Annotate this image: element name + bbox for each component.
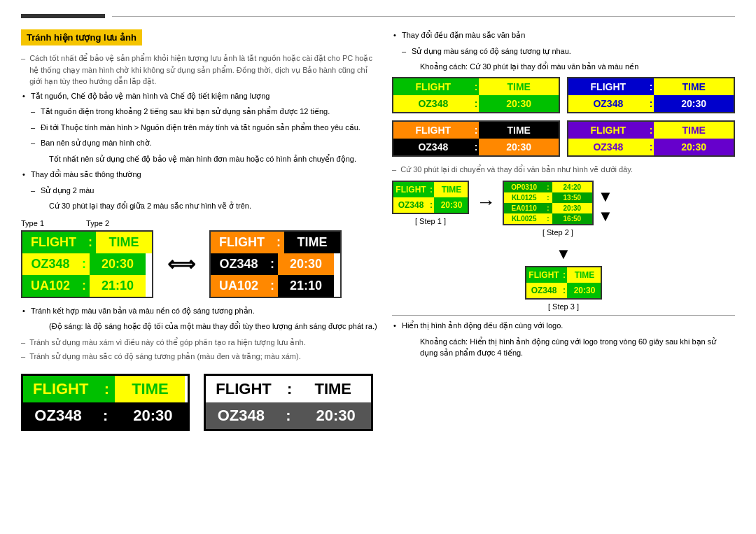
sm3-time: TIME <box>479 122 559 139</box>
step3-area: ▼ FLIGHT : TIME OZ348 : 20:30 [ Step 3 ] <box>392 242 735 311</box>
sm4-oz: OZ348 <box>568 139 648 155</box>
warning-text-2: Tránh sử dụng màu xám vì điều này có thể… <box>21 337 378 349</box>
lw1-colon: : <box>98 376 115 402</box>
scroll-row-2: KL0125 : 13:50 <box>504 192 592 203</box>
sm2-flight: FLIGHT <box>568 78 648 95</box>
sm2-colon2: : <box>648 95 654 112</box>
type1-flight-label: FLIGHT <box>22 232 85 253</box>
s1-t: 20:30 <box>434 197 469 213</box>
type2-widget: FLIGHT : TIME OZ348 : 20:30 UA102 : 21:1… <box>209 230 342 298</box>
right-sub3: Cứ 30 phút lại di chuyển và thay đổi văn… <box>392 164 735 176</box>
step2-label: [ Step 2 ] <box>542 228 573 237</box>
step3-widget: FLIGHT : TIME OZ348 : 20:30 <box>525 266 602 300</box>
sm3-t: 20:30 <box>479 139 559 155</box>
s1-flight: FLIGHT <box>393 182 428 197</box>
sm4-colon: : <box>648 122 654 139</box>
lw2-data: OZ348 : 20:30 <box>206 402 370 429</box>
step2-with-arrows: OP0310 : 24:20 KL0125 : 13:50 EA0110 : <box>503 181 613 225</box>
sr4-flight: KL0025 <box>504 213 544 224</box>
sr1-time: 24:20 <box>552 182 592 192</box>
sm2-colon: : <box>648 78 654 95</box>
lw2-t: 20:30 <box>301 402 371 429</box>
lw1-t: 20:30 <box>118 402 188 429</box>
sm-widget-3: FLIGHT : TIME OZ348 : 20:30 <box>392 120 560 157</box>
step1-label: [ Step 1 ] <box>415 217 446 225</box>
sm2-oz: OZ348 <box>568 95 648 112</box>
type2-oz-row: OZ348 : 20:30 <box>211 253 340 275</box>
sm4-flight: FLIGHT <box>568 122 648 139</box>
right-column: Thay đổi đều đặn màu sắc văn bản Sử dụng… <box>392 29 735 431</box>
type1-time-label: TIME <box>96 232 152 253</box>
indent-text: Tốt nhất nên sử dụng chế độ bảo vệ màn h… <box>21 153 378 165</box>
sm1-data: OZ348 : 20:30 <box>393 95 559 112</box>
type2-ua-row: UA102 : 21:10 <box>211 275 340 297</box>
arrow-down-2: ▼ <box>598 207 613 225</box>
step1-widget: FLIGHT : TIME OZ348 : 20:30 <box>392 181 469 214</box>
sub-item: Ban nên sử dụng màn hình chờ. <box>21 137 378 149</box>
step-section: FLIGHT : TIME OZ348 : 20:30 [ Step 1 ] → <box>392 181 735 237</box>
right-sub4: Khoảng cách: Hiển thị hình ảnh động cùng… <box>392 336 735 359</box>
sm3-colon: : <box>473 122 479 139</box>
sm1-colon: : <box>473 78 479 95</box>
step2-scroll-widget: OP0310 : 24:20 KL0125 : 13:50 EA0110 : <box>503 181 594 225</box>
scroll-row-1: OP0310 : 24:20 <box>504 182 592 192</box>
type2-oz: OZ348 <box>211 253 267 275</box>
main-layout: Tránh hiện tượng lưu ảnh Cách tốt nhất đ… <box>21 29 735 431</box>
sm-widget-2: FLIGHT : TIME OZ348 : 20:30 <box>567 77 735 113</box>
swap-arrow: ⟺ <box>160 253 202 276</box>
sm1-oz: OZ348 <box>393 95 473 112</box>
type2-time: 20:30 <box>278 253 334 275</box>
large-widget-1: FLIGHT : TIME OZ348 : 20:30 <box>21 374 190 431</box>
type1-ua: UA102 <box>22 275 78 297</box>
type1-colon: : <box>85 232 96 253</box>
sm3-flight: FLIGHT <box>393 122 473 139</box>
large-widget-2: FLIGHT : TIME OZ348 : 20:30 <box>204 374 372 431</box>
lw2-header: FLIGHT : TIME <box>206 376 370 402</box>
sr4-sep: : <box>544 213 552 224</box>
dark-bar <box>21 14 105 18</box>
s3-flight: FLIGHT <box>526 267 561 283</box>
sm2-header: FLIGHT : TIME <box>568 78 734 95</box>
intro-text: Cách tốt nhất để bảo vệ sản phẩm khỏi hi… <box>21 52 378 87</box>
type1-label: Type 1 <box>21 219 44 227</box>
type2-label: Type 2 <box>86 219 109 227</box>
s1-time: TIME <box>434 182 469 197</box>
type2-ua-time: 21:10 <box>278 275 334 297</box>
sr2-flight: KL0125 <box>504 192 544 203</box>
type1-oz-row: OZ348 : 20:30 <box>22 253 152 275</box>
sm2-time: TIME <box>654 78 734 95</box>
sm-widget-4: FLIGHT : TIME OZ348 : 20:30 <box>567 120 735 157</box>
lw1-time: TIME <box>115 376 185 402</box>
step3-label: [ Step 3 ] <box>548 302 579 311</box>
sr3-time: 20:30 <box>552 203 592 213</box>
lw1-header: FLIGHT : TIME <box>23 376 188 402</box>
header-divider <box>21 14 735 18</box>
bidirectional-arrow: ⟺ <box>167 253 195 276</box>
s1-colon: : <box>428 182 434 197</box>
type2-flight-label: FLIGHT <box>211 232 273 253</box>
type1-colon3: : <box>78 275 90 297</box>
step1-area: FLIGHT : TIME OZ348 : 20:30 [ Step 1 ] <box>392 181 469 225</box>
sr2-sep: : <box>544 192 552 203</box>
arrow-down-step3: ▼ <box>556 245 571 263</box>
sm-widget-1: FLIGHT : TIME OZ348 : 20:30 <box>392 77 560 113</box>
sm1-t: 20:30 <box>479 95 559 112</box>
type2-colon2: : <box>267 253 278 275</box>
sr1-sep: : <box>544 182 552 192</box>
sr3-sep: : <box>544 203 552 213</box>
warning-text-1b: (Độ sáng: là độ sáng hoặc độ tối của một… <box>21 321 378 332</box>
left-column: Tránh hiện tượng lưu ảnh Cách tốt nhất đ… <box>21 29 378 431</box>
lw2-oz: OZ348 <box>206 402 276 429</box>
separator <box>392 315 735 316</box>
sm3-oz: OZ348 <box>393 139 473 155</box>
sm4-data: OZ348 : 20:30 <box>568 139 734 155</box>
s1-oz: OZ348 <box>393 197 428 213</box>
type2-colon3: : <box>267 275 278 297</box>
section-title: Tránh hiện tượng lưu ảnh <box>21 29 142 45</box>
type1-ua-row: UA102 : 21:10 <box>22 275 152 297</box>
type1-time: 20:30 <box>90 253 146 275</box>
lw2-flight: FLIGHT <box>206 376 281 402</box>
scroll-row-4: KL0025 : 16:50 <box>504 213 592 224</box>
sr1-flight: OP0310 <box>504 182 544 192</box>
sm4-t: 20:30 <box>654 139 734 155</box>
